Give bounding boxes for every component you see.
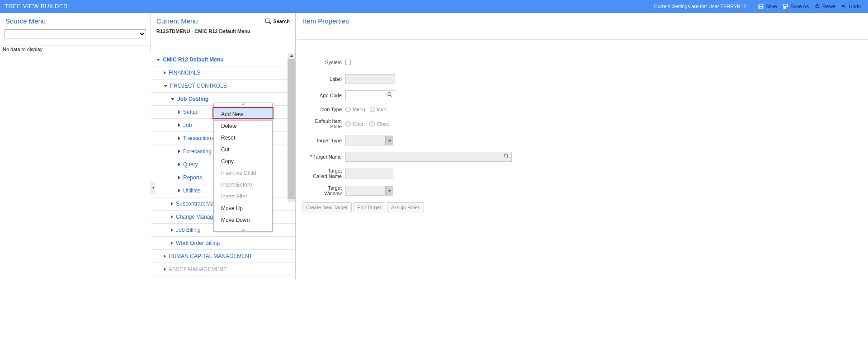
properties-title: Item Properties <box>303 17 863 25</box>
save-button[interactable]: Save <box>755 2 780 10</box>
svg-rect-6 <box>266 19 269 22</box>
chevron-down-icon[interactable] <box>385 136 393 145</box>
label-target-window: TargetWindow <box>302 185 345 196</box>
save-as-icon <box>783 3 789 9</box>
main-columns: Source Menu No data to display Current M… <box>0 13 868 279</box>
tree-row[interactable]: PROJECT CONTROLS <box>151 80 295 93</box>
icon-type-icon-radio[interactable]: Icon <box>370 107 387 112</box>
create-target-button[interactable]: Create New Target <box>302 202 352 212</box>
label-default-state: Default ItemState <box>302 118 345 129</box>
label-icon-type: Icon Type <box>302 107 345 112</box>
tree-root[interactable]: CMiC R12 Default Menu <box>151 53 295 66</box>
svg-point-10 <box>505 154 508 157</box>
reset-label: Reset <box>822 4 835 9</box>
tree-row[interactable]: FINANCIALS <box>151 66 295 80</box>
current-subtitle: R12STDMENU - CMiC R12 Default Menu <box>151 28 295 37</box>
tree-item-label: FINANCIALS <box>169 70 201 76</box>
chevron-right-icon <box>178 136 180 140</box>
chevron-right-icon <box>171 241 173 245</box>
search-icon[interactable] <box>504 153 510 159</box>
search-button[interactable]: Search <box>265 18 290 24</box>
context-menu-item: Insert As Child <box>214 167 272 179</box>
context-menu-item: Insert After <box>214 191 272 202</box>
current-title: Current Menu <box>156 17 265 25</box>
search-icon <box>265 18 271 24</box>
svg-line-9 <box>391 95 392 97</box>
reset-icon <box>814 3 821 9</box>
edit-target-button[interactable]: Edit Target <box>354 202 385 212</box>
chevron-right-icon <box>164 254 166 258</box>
source-select[interactable] <box>5 29 146 38</box>
tree-item-label: PROJECT CONTROLS <box>170 83 227 89</box>
assign-roles-button[interactable]: Assign Roles <box>387 202 424 212</box>
default-state-open-radio[interactable]: Open <box>345 121 365 127</box>
tree-scrollbar[interactable] <box>288 53 295 202</box>
tree-row[interactable]: HUMAN CAPITAL MANAGEMENT <box>151 250 295 263</box>
source-title: Source Menu <box>5 17 145 25</box>
context-menu-item[interactable]: Delete <box>214 120 272 132</box>
reset-button[interactable]: Reset <box>811 2 838 10</box>
svg-rect-1 <box>759 4 762 6</box>
target-called-name-field[interactable] <box>345 169 393 178</box>
label-field[interactable] <box>345 74 395 84</box>
tree-row[interactable]: Work Order Billing <box>151 237 295 250</box>
settings-text: Current Settings are for: User TERRYR12 <box>654 4 746 9</box>
chevron-down-icon[interactable] <box>385 186 393 196</box>
context-menu-item[interactable]: Reset <box>214 132 272 144</box>
tree-item-label: Job Costing <box>177 96 208 102</box>
tree-item-label: Query <box>183 161 198 168</box>
tree-item-label: Subcontract Mar <box>176 201 216 207</box>
chevron-down-icon <box>171 98 175 100</box>
chevron-down-icon <box>156 59 160 61</box>
chevron-right-icon <box>178 150 180 153</box>
tree-item-label: Setup <box>183 109 197 115</box>
svg-point-8 <box>388 93 391 96</box>
label-system: System <box>302 60 345 65</box>
chevron-right-icon <box>178 163 180 166</box>
chevron-right-icon <box>178 123 180 127</box>
no-data-text: No data to display <box>0 45 151 53</box>
undo-icon <box>841 3 847 9</box>
tree-item-label: Change Manage <box>176 214 216 220</box>
tree-row[interactable]: ASSET MANAGEMENT <box>151 263 295 276</box>
icon-type-menu-radio[interactable]: Menu <box>345 107 365 112</box>
properties-panel: Item Properties System Label App Code Ic… <box>296 13 868 212</box>
chevron-right-icon <box>164 71 166 75</box>
svg-rect-2 <box>760 6 762 8</box>
tree-item-label: Reports <box>183 174 202 181</box>
context-scroll-down[interactable]: ⌄ <box>214 226 272 231</box>
topbar-separator <box>752 2 752 10</box>
label-target-type: Target Type <box>302 138 345 143</box>
save-as-label: Save As <box>791 4 809 9</box>
svg-point-5 <box>786 6 788 9</box>
context-menu-item[interactable]: Copy <box>214 155 272 167</box>
collapse-handle[interactable]: ◂ <box>151 181 155 194</box>
search-icon[interactable] <box>387 92 393 98</box>
save-icon <box>758 3 764 9</box>
chevron-right-icon <box>178 110 180 114</box>
context-menu-item[interactable]: Add New <box>213 108 273 121</box>
tree-root-label: CMiC R12 Default Menu <box>163 56 224 63</box>
context-menu-item[interactable]: Move Up <box>214 202 272 214</box>
undo-button[interactable]: Undo <box>838 2 863 10</box>
svg-rect-4 <box>784 4 787 6</box>
target-name-field[interactable] <box>345 152 512 162</box>
context-menu-item[interactable]: Move Down <box>214 214 272 226</box>
chevron-down-icon <box>164 85 167 87</box>
label-label: Label <box>302 76 345 82</box>
app-title: TREE VIEW BUILDER <box>5 3 68 9</box>
default-state-close-radio[interactable]: Close <box>369 121 389 127</box>
topbar: TREE VIEW BUILDER Current Settings are f… <box>0 0 868 13</box>
tree-item-label: Job Billing <box>176 227 201 233</box>
context-menu-item[interactable]: Cut <box>214 144 272 155</box>
tree-item-label: Forecasting <box>183 148 212 155</box>
save-as-button[interactable]: Save As <box>780 2 811 10</box>
label-app-code: App Code <box>302 93 345 98</box>
svg-line-7 <box>269 22 271 24</box>
tree-item-label: ASSET MANAGEMENT <box>169 266 226 272</box>
system-checkbox[interactable] <box>345 60 351 65</box>
label-target-name: Target Name <box>302 154 345 159</box>
tree-item-label: Transactions <box>183 135 214 141</box>
tree-item-label: Utilities <box>183 188 201 194</box>
search-label: Search <box>273 19 290 24</box>
